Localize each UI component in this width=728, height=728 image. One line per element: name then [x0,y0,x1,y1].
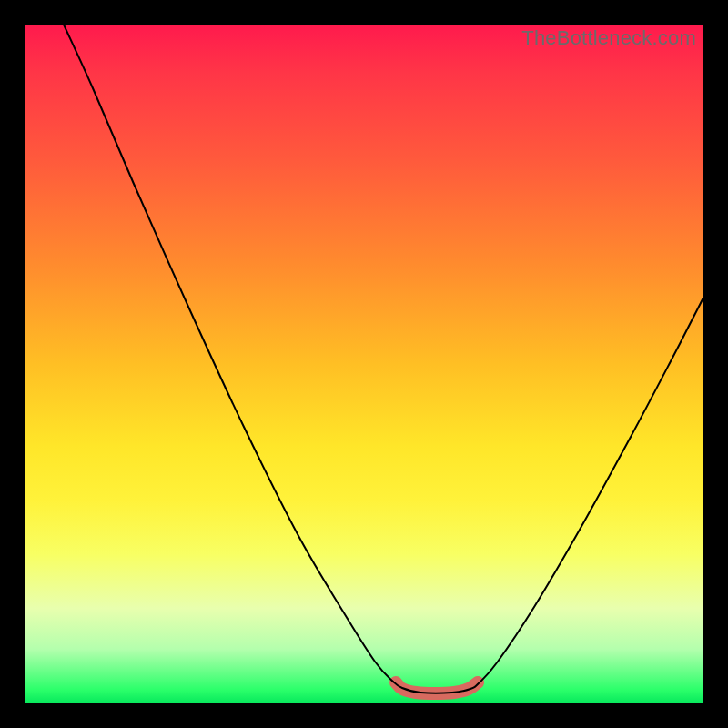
v-curve-line [64,25,703,693]
plot-area: TheBottleneck.com [25,25,703,703]
chart-frame: TheBottleneck.com [0,0,728,728]
bottom-highlight-line [396,682,478,693]
curve-svg [25,25,703,703]
